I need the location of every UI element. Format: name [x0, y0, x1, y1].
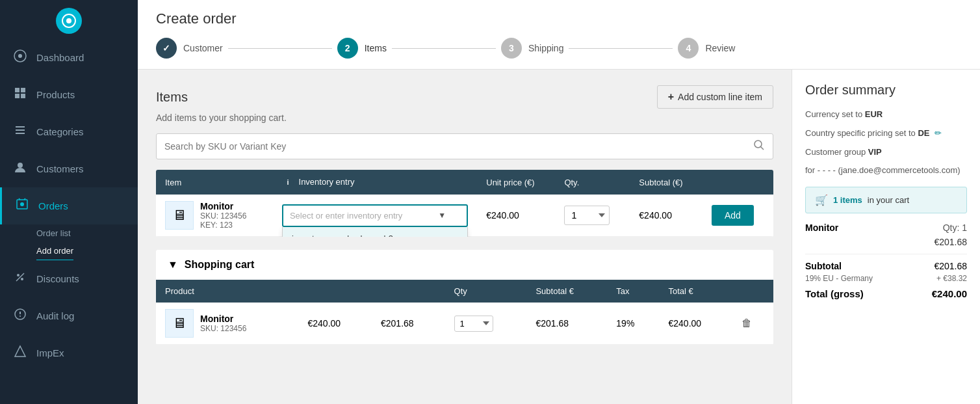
svg-rect-6 [15, 94, 19, 98]
step-circle-shipping: 3 [501, 38, 522, 59]
svg-point-14 [17, 274, 19, 276]
svg-rect-5 [21, 88, 25, 92]
svg-point-21 [754, 141, 762, 148]
cart-row: 🖥 Monitor SKU: 123456 €240.00 €201.68 [156, 303, 773, 345]
step-label-items: Items [365, 43, 387, 53]
sidebar-item-categories[interactable]: Categories [0, 113, 138, 150]
step-connector-3 [569, 48, 673, 49]
col-action [703, 170, 773, 195]
cart-col-empty2 [372, 280, 445, 303]
inventory-dropdown-menu: inventory-supply-channel-3 inventory-sup… [282, 227, 468, 237]
svg-point-1 [66, 18, 71, 23]
tax-value: + €38.32 [936, 274, 967, 283]
info-icon: i [282, 176, 294, 188]
inventory-option-ch3[interactable]: inventory-supply-channel-3 [283, 227, 467, 237]
customer-id: - - - - [818, 165, 836, 175]
cart-table: Product Qty Subtotal € Tax Total € [156, 280, 773, 345]
step-circle-items: 2 [337, 38, 358, 59]
sidebar-item-label: Customers [36, 163, 84, 174]
cart-price-cell: €240.00 [299, 303, 372, 345]
customers-icon [13, 161, 27, 177]
product-key: KEY: 123 [200, 221, 246, 230]
cart-count-link[interactable]: 1 items [833, 195, 862, 205]
collapse-icon: ▼ [168, 259, 178, 271]
dashboard-icon [13, 49, 27, 66]
sidebar-item-label: Dashboard [36, 52, 84, 63]
col-item: Item [156, 170, 273, 195]
sidebar-item-dashboard[interactable]: Dashboard [0, 39, 138, 76]
page-header: Create order ✓ Customer 2 Items 3 Shippi… [138, 0, 980, 70]
cart-qty-select[interactable]: 1 2 3 [454, 316, 493, 332]
step-label-customer: Customer [183, 43, 223, 53]
cart-col-subtotal: Subtotal € [526, 280, 607, 303]
cart-count-text: in your cart [868, 195, 909, 205]
cart-subtotal-cell: €201.68 [526, 303, 607, 345]
sidebar-item-label: ImpEx [36, 347, 64, 358]
edit-pricing-icon[interactable]: ✏ [935, 128, 942, 138]
add-custom-label: Add custom line item [678, 92, 762, 102]
summary-customer-id: for - - - - (jane.doe@commercetools.com) [805, 164, 967, 178]
subtotal-label: Subtotal [805, 261, 842, 271]
step-label-shipping: Shipping [528, 43, 564, 53]
sidebar-item-orders[interactable]: Orders [0, 187, 138, 224]
currency-value: EUR [865, 109, 883, 119]
svg-marker-20 [15, 346, 25, 357]
items-section-header: Items + Add custom line item [156, 85, 773, 109]
svg-line-22 [761, 147, 764, 150]
sidebar-item-label: Categories [36, 126, 84, 137]
summary-pricing: Country specific pricing set to DE ✏ [805, 127, 967, 141]
summary-item-price: €201.68 [934, 237, 967, 247]
subtotal-cell: €240.00 [630, 195, 703, 237]
svg-rect-7 [21, 94, 25, 98]
main-area: Create order ✓ Customer 2 Items 3 Shippi… [138, 0, 980, 404]
step-items: 2 Items [337, 38, 387, 59]
sidebar-item-audit-log[interactable]: Audit log [0, 297, 138, 334]
cart-product-sku: SKU: 123456 [200, 324, 246, 333]
sidebar-sub-add-order[interactable]: Add order [36, 242, 73, 260]
sidebar-sub-order-list[interactable]: Order list [36, 224, 138, 242]
cart-header[interactable]: ▼ Shopping cart [156, 250, 773, 280]
logo-icon[interactable] [56, 8, 82, 34]
summary-item-row: Monitor Qty: 1 [805, 222, 967, 233]
step-connector-1 [228, 48, 332, 49]
add-cell: Add [703, 195, 773, 237]
qty-select[interactable]: 1 2 3 [564, 206, 610, 225]
page-title: Create order [156, 10, 962, 27]
discounts-icon [13, 271, 27, 287]
step-circle-review: 4 [678, 38, 699, 59]
step-customer: ✓ Customer [156, 38, 223, 59]
stepper: ✓ Customer 2 Items 3 Shipping 4 Review [156, 38, 962, 59]
inventory-dropdown: Select or enter inventory entry ▼ invent… [282, 204, 468, 227]
col-subtotal: Subtotal (€) [630, 170, 703, 195]
inventory-select[interactable]: Select or enter inventory entry ▼ [282, 204, 468, 227]
product-name: Monitor [200, 201, 246, 211]
cart-col-empty1 [299, 280, 372, 303]
pricing-value: DE [918, 128, 929, 138]
col-qty: Qty. [555, 170, 630, 195]
sidebar-item-label: Products [36, 89, 75, 100]
summary-currency: Currency set to EUR [805, 108, 967, 122]
cart-col-qty: Qty [445, 280, 527, 303]
cart-qty-cell: 1 2 3 [445, 303, 527, 345]
step-review: 4 Review [678, 38, 735, 59]
summary-item-qty: Qty: 1 [943, 222, 967, 233]
summary-group: Customer group VIP [805, 146, 967, 159]
cart-col-product: Product [156, 280, 299, 303]
cart-count-bar: 🛒 1 items in your cart [805, 187, 967, 213]
add-to-cart-button[interactable]: Add [712, 205, 754, 226]
step-shipping: 3 Shipping [501, 38, 564, 59]
content-area: Items + Add custom line item Add items t… [138, 70, 980, 404]
search-input[interactable] [164, 141, 748, 152]
sidebar-item-products[interactable]: Products [0, 76, 138, 113]
sidebar-item-label: Discounts [36, 273, 79, 284]
sidebar-item-discounts[interactable]: Discounts [0, 260, 138, 297]
summary-total: Total (gross) €240.00 [805, 288, 967, 299]
sidebar-item-customers[interactable]: Customers [0, 150, 138, 187]
sidebar-item-impex[interactable]: ImpEx [0, 334, 138, 371]
cart-total-cell: €240.00 [660, 303, 733, 345]
table-row: 🖥 Monitor SKU: 123456 KEY: 123 [156, 195, 773, 237]
add-custom-line-item-button[interactable]: + Add custom line item [657, 85, 773, 109]
total-value: €240.00 [932, 288, 967, 299]
delete-icon[interactable]: 🗑 [741, 317, 752, 329]
col-unit-price: Unit price (€) [477, 170, 555, 195]
